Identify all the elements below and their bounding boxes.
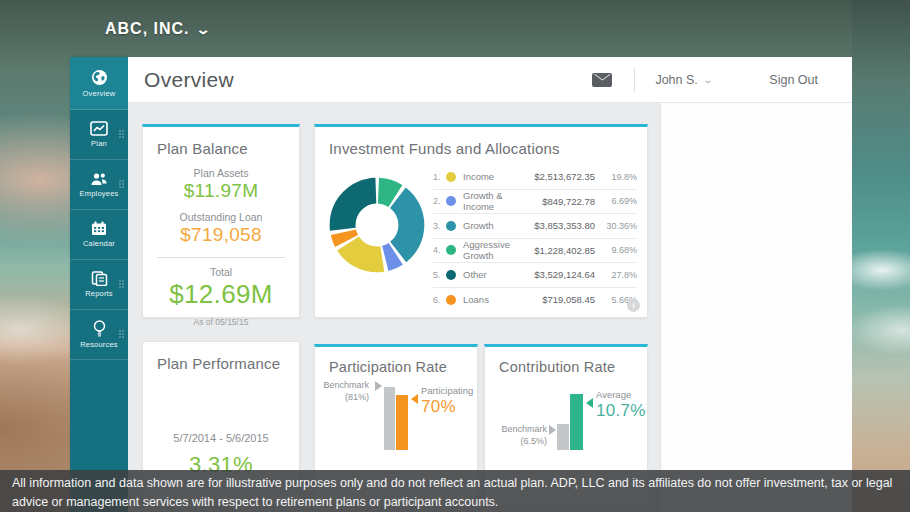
drag-handle-icon[interactable]: [119, 280, 125, 289]
chevron-down-icon: ⌄: [195, 22, 212, 37]
participating-value: 70%: [421, 397, 473, 417]
header-divider: [634, 68, 635, 92]
fund-name: Growth & Income: [463, 190, 511, 212]
average-bar[interactable]: [570, 394, 583, 450]
disclaimer-bar: All information and data shown are for i…: [0, 470, 910, 512]
background-photo-right: [852, 0, 910, 512]
fund-percent: 19.8%: [595, 172, 637, 182]
benchmark-label: Benchmark (81%): [323, 379, 369, 403]
average-marker-icon: [586, 398, 593, 408]
total-label: Total: [143, 266, 299, 278]
chevron-down-icon: ⌄: [702, 75, 713, 85]
page-title: Overview: [144, 68, 234, 92]
fund-value: $2,513,672.35: [511, 171, 595, 182]
fund-value: $849,722.78: [511, 196, 595, 207]
plan-chart-icon: [90, 121, 108, 136]
lightbulb-icon: [93, 320, 106, 337]
card-title: Investment Funds and Allocations: [329, 140, 647, 157]
total-value: $12.69M: [143, 279, 299, 310]
sidebar-item-label: Resources: [80, 340, 118, 349]
fund-percent: 30.36%: [595, 221, 637, 231]
sidebar-item-resources[interactable]: Resources: [70, 310, 128, 360]
people-icon: [90, 172, 108, 186]
allocation-donut-chart[interactable]: [323, 171, 431, 279]
legend-dot: [446, 270, 456, 280]
sidebar-item-calendar[interactable]: Calendar: [70, 210, 128, 260]
outstanding-loan-label: Outstanding Loan: [143, 211, 299, 223]
sign-out-button[interactable]: Sign Out: [769, 73, 818, 87]
plan-assets-value: $11.97M: [143, 180, 299, 202]
outstanding-loan-value: $719,058: [143, 224, 299, 246]
sidebar-item-reports[interactable]: Reports: [70, 260, 128, 310]
drag-handle-icon[interactable]: [119, 330, 125, 339]
benchmark-marker-icon: [549, 425, 556, 435]
card-title: Plan Performance: [157, 355, 299, 372]
legend-dot: [446, 172, 456, 182]
card-title: Contribution Rate: [499, 359, 647, 375]
right-panel: [660, 103, 852, 512]
sidebar-item-overview[interactable]: Overview: [70, 57, 128, 110]
row-number: 5.: [433, 270, 446, 280]
average-value: 10.7%: [596, 401, 646, 421]
legend-dot: [446, 221, 456, 231]
legend-dot: [446, 245, 456, 255]
benchmark-bar[interactable]: [557, 424, 569, 450]
user-name: John S.: [655, 73, 697, 87]
drag-handle-icon[interactable]: [119, 130, 125, 139]
sidebar-item-label: Overview: [83, 89, 116, 98]
fund-percent: 6.69%: [595, 196, 637, 206]
sidebar-item-employees[interactable]: Employees: [70, 160, 128, 210]
drag-handle-icon[interactable]: [119, 180, 125, 189]
fund-value: $719,058.45: [511, 294, 595, 305]
allocation-row[interactable]: 2.Growth & Income$849,722.786.69%: [433, 190, 637, 215]
divider: [157, 257, 285, 258]
fund-value: $3,853,353.80: [511, 220, 595, 231]
card-title: Participation Rate: [329, 359, 477, 375]
allocation-row[interactable]: 6.Loans$719,058.455.66%: [433, 288, 637, 313]
allocation-legend: 1.Income$2,513,672.3519.8% 2.Growth & In…: [433, 165, 637, 312]
sidebar-item-label: Reports: [85, 289, 113, 298]
participating-marker-icon: [411, 394, 418, 404]
legend-dot: [446, 196, 456, 206]
sidebar: Overview Plan Employees Calendar Reports…: [70, 57, 128, 512]
row-number: 4.: [433, 245, 446, 255]
mail-icon[interactable]: [592, 73, 612, 87]
row-number: 1.: [433, 172, 446, 182]
plan-balance-card: Plan Balance Plan Assets $11.97M Outstan…: [142, 124, 300, 318]
allocation-row[interactable]: 5.Other$3,529,124.6427.8%: [433, 263, 637, 288]
fund-value: $3,529,124.64: [511, 269, 595, 280]
row-number: 2.: [433, 196, 446, 206]
globe-icon: [91, 69, 108, 86]
investment-allocations-card: Investment Funds and Allocations 1.Incom…: [314, 124, 648, 318]
allocation-row[interactable]: 1.Income$2,513,672.3519.8%: [433, 165, 637, 190]
sidebar-item-label: Calendar: [83, 239, 115, 248]
page-header: Overview John S. ⌄ Sign Out: [128, 57, 852, 103]
user-menu[interactable]: John S. ⌄: [655, 73, 711, 87]
fund-percent: 9.68%: [595, 245, 637, 255]
average-label: Average 10.7%: [596, 389, 646, 421]
dashboard-content: Plan Balance Plan Assets $11.97M Outstan…: [128, 103, 852, 512]
company-selector[interactable]: ABC, INC. ⌄: [105, 20, 209, 38]
benchmark-bar[interactable]: [384, 387, 395, 450]
allocation-row[interactable]: 3.Growth$3,853,353.8030.36%: [433, 214, 637, 239]
benchmark-marker-icon: [375, 381, 382, 391]
plan-assets-label: Plan Assets: [143, 167, 299, 179]
fund-percent: 27.8%: [595, 270, 637, 280]
fund-name: Loans: [463, 294, 511, 305]
sidebar-item-plan[interactable]: Plan: [70, 110, 128, 160]
row-number: 6.: [433, 295, 446, 305]
benchmark-label: Benchmark (6.5%): [501, 423, 547, 447]
fund-value: $1,228,402.85: [511, 245, 595, 256]
card-title: Plan Balance: [157, 140, 299, 157]
as-of-date: As of 05/15/15: [143, 317, 299, 327]
fund-name: Growth: [463, 220, 511, 231]
performance-date-range: 5/7/2014 - 5/6/2015: [143, 432, 299, 444]
info-icon[interactable]: i: [627, 299, 640, 312]
disclaimer-text: All information and data shown are for i…: [12, 476, 892, 509]
participating-bar[interactable]: [396, 395, 408, 450]
fund-name: Income: [463, 171, 511, 182]
app-window: Overview Plan Employees Calendar Reports…: [70, 57, 852, 512]
allocation-row[interactable]: 4.Aggressive Growth$1,228,402.859.68%: [433, 239, 637, 264]
participating-label: Participating 70%: [421, 385, 473, 417]
sidebar-item-label: Employees: [80, 189, 119, 198]
